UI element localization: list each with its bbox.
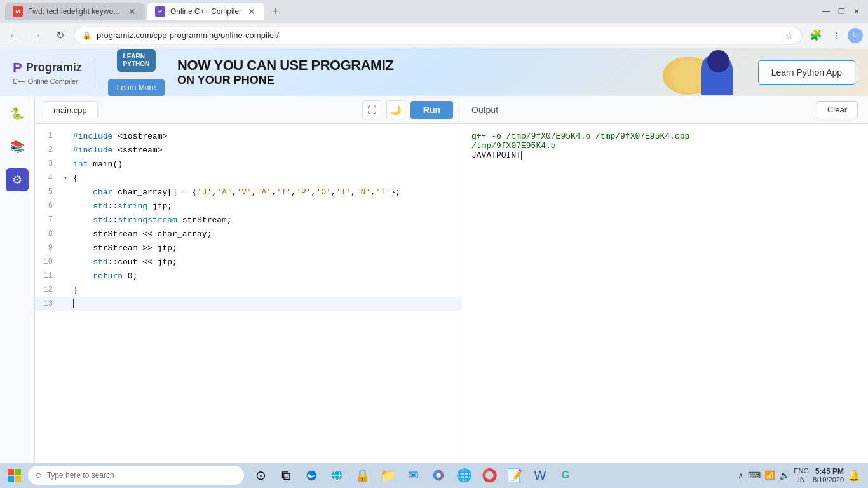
fold-4[interactable]: ▾ [60, 174, 71, 182]
systray-keyboard-icon[interactable]: ⌨ [748, 470, 761, 480]
code-line-6: 6 std::string jtp; [35, 199, 461, 213]
file-tab[interactable]: main.cpp [43, 101, 98, 119]
python-logo-badge: LEARNPYTHON [117, 49, 156, 72]
taskbar-chromium-icon[interactable]: 🌐 [452, 464, 475, 487]
output-content[interactable]: g++ -o /tmp/9fX07E95K4.o /tmp/9fX07E95K4… [461, 124, 868, 463]
taskbar-chrome-icon[interactable] [427, 464, 450, 487]
line-num-5: 5 [35, 187, 60, 196]
code-content-11: return 0; [71, 271, 461, 281]
svg-rect-3 [15, 476, 21, 482]
back-button[interactable]: ← [5, 27, 23, 44]
p-letter: P [13, 60, 22, 76]
code-content-12: } [71, 285, 461, 295]
taskbar-explorer-icon[interactable]: 📁 [376, 464, 399, 487]
editor-area: 🐍 📚 ⚙ main.cpp ⛶ 🌙 Run 1 #include <iostr… [0, 96, 868, 463]
line-num-7: 7 [35, 215, 60, 224]
start-button[interactable] [3, 464, 25, 487]
taskbar-systray: ∧ ⌨ 📶 🔊 ENGIN 5:45 PM 8/10/2020 🔔 [738, 467, 865, 484]
taskbar-notes-icon[interactable]: 📝 [503, 464, 526, 487]
sidebar: 🐍 📚 ⚙ [0, 96, 35, 463]
extensions-icon[interactable]: 🧩 [807, 27, 825, 44]
fullscreen-button[interactable]: ⛶ [362, 100, 381, 119]
tab-programiz-close[interactable]: ✕ [247, 6, 257, 17]
ad-banner: P Programiz C++ Online Compiler LEARNPYT… [0, 48, 868, 96]
tab-gmail-close[interactable]: ✕ [127, 6, 137, 17]
star-icon[interactable]: ☆ [785, 30, 794, 41]
line-num-3: 3 [35, 159, 60, 168]
code-line-3: 3 int main() [35, 157, 461, 171]
tab-programiz-label: Online C++ Compiler [170, 7, 241, 16]
taskbar-search-input[interactable] [47, 471, 236, 480]
line-num-9: 9 [35, 243, 60, 252]
clear-button[interactable]: Clear [817, 101, 858, 118]
code-line-7: 7 std::stringstream strStream; [35, 213, 461, 227]
reload-button[interactable]: ↻ [51, 27, 69, 44]
taskbar-ie-icon[interactable] [325, 464, 348, 487]
address-bar[interactable]: 🔒 programiz.com/cpp-programming/online-c… [74, 27, 802, 44]
run-button[interactable]: Run [410, 101, 453, 119]
forward-button[interactable]: → [28, 27, 46, 44]
taskbar-grammarly-icon[interactable]: G [554, 464, 577, 487]
code-content-4: { [71, 173, 461, 183]
svg-point-8 [436, 473, 440, 477]
tab-gmail[interactable]: M Fwd: techiedelight keywords list ✕ [5, 3, 145, 20]
code-content-13 [71, 299, 461, 309]
output-label: Output [471, 105, 817, 115]
code-content-9: strStream >> jtp; [71, 243, 461, 253]
output-line-3: JAVATPOINT [471, 151, 858, 160]
settings-icon[interactable]: ⋮ [827, 27, 845, 44]
ad-illustration [663, 50, 745, 95]
gmail-favicon: M [13, 6, 23, 17]
systray-up-arrow[interactable]: ∧ [738, 471, 744, 480]
lock-icon: 🔒 [82, 31, 92, 40]
address-text: programiz.com/cpp-programming/online-com… [97, 30, 780, 40]
ad-divider [95, 57, 95, 88]
code-editor[interactable]: 1 #include <iostream> 2 #include <sstrea… [35, 124, 461, 463]
taskbar-opera-icon[interactable]: ⭕ [478, 464, 501, 487]
new-tab-button[interactable]: + [267, 3, 285, 20]
taskbar-search-bar[interactable]: ○ [28, 466, 244, 485]
ad-headline1: NOW YOU CAN USE PROGRAMIZ [177, 57, 650, 74]
svg-rect-0 [8, 469, 14, 475]
close-button[interactable]: ✕ [850, 5, 863, 18]
tab-programiz[interactable]: P Online C++ Compiler ✕ [147, 3, 264, 20]
taskbar-mail-icon[interactable]: ✉ [402, 464, 424, 487]
systray-sound-icon[interactable]: 🔊 [779, 470, 790, 480]
sidebar-icon-snake[interactable]: 🐍 [6, 102, 29, 125]
line-num-1: 1 [35, 132, 60, 140]
programiz-favicon: P [155, 6, 165, 17]
code-content-3: int main() [71, 159, 461, 169]
code-line-8: 8 strStream << char_array; [35, 227, 461, 241]
minimize-button[interactable]: — [820, 5, 832, 18]
theme-button[interactable]: 🌙 [386, 100, 405, 119]
brand-name: Programiz [26, 61, 82, 74]
browser-titlebar: M Fwd: techiedelight keywords list ✕ P O… [0, 0, 868, 23]
systray-lang[interactable]: ENGIN [794, 467, 809, 484]
code-line-9: 9 strStream >> jtp; [35, 241, 461, 255]
taskbar-multitask-icon[interactable]: ⧉ [275, 464, 297, 487]
systray-notification-icon[interactable]: 🔔 [848, 470, 860, 482]
sidebar-icon-gear[interactable]: ⚙ [6, 168, 29, 191]
line-num-12: 12 [35, 285, 60, 294]
taskbar-lock-icon[interactable]: 🔒 [351, 464, 374, 487]
editor-toolbar: main.cpp ⛶ 🌙 Run [35, 96, 461, 124]
code-line-12: 12 } [35, 283, 461, 297]
learn-more-button[interactable]: Learn More [108, 79, 165, 96]
taskbar-word-icon[interactable]: W [529, 464, 552, 487]
line-num-6: 6 [35, 201, 60, 210]
browser-navbar: ← → ↻ 🔒 programiz.com/cpp-programming/on… [0, 23, 868, 48]
nav-extras: 🧩 ⋮ U [807, 27, 863, 44]
line-num-11: 11 [35, 271, 60, 280]
taskbar-edge-icon[interactable] [300, 464, 323, 487]
taskbar-cortana-icon[interactable]: ⊙ [249, 464, 272, 487]
main-page: P Programiz C++ Online Compiler LEARNPYT… [0, 48, 868, 463]
learn-python-app-button[interactable]: Learn Python App [758, 60, 855, 85]
sidebar-icon-library[interactable]: 📚 [6, 135, 29, 158]
systray-network-icon[interactable]: 📶 [764, 470, 775, 480]
maximize-button[interactable]: ❐ [835, 5, 848, 18]
user-avatar[interactable]: U [848, 28, 863, 43]
programiz-logo-area: P Programiz C++ Online Compiler [13, 60, 82, 85]
code-content-1: #include <iostream> [71, 132, 461, 141]
search-circle-icon: ○ [36, 470, 42, 481]
systray-time[interactable]: 5:45 PM 8/10/2020 [813, 467, 844, 484]
